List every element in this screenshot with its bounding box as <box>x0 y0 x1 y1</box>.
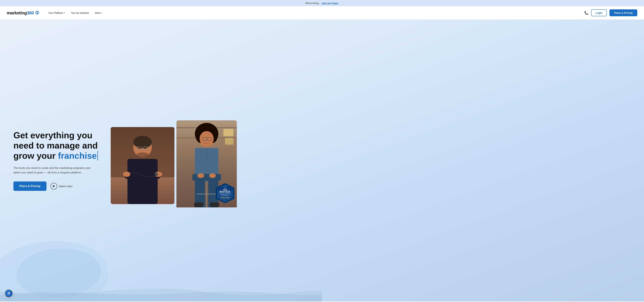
svg-point-34 <box>198 173 204 178</box>
wave-decoration <box>0 282 322 302</box>
nav-more[interactable]: More ▾ <box>92 10 105 15</box>
phone-icon[interactable]: 📞 <box>584 11 588 15</box>
play-circle-icon <box>50 183 57 189</box>
logo[interactable]: marketing360 ① <box>7 10 39 15</box>
accessibility-button[interactable]: ♿ <box>5 290 12 297</box>
hero-content: Get everything you need to manage and gr… <box>14 130 104 191</box>
badge-stars: ★★★★★ <box>220 196 230 199</box>
svg-point-35 <box>209 173 216 178</box>
tour-platform-chevron: ▾ <box>64 12 65 14</box>
svg-point-2 <box>133 136 152 149</box>
hiring-text: We're hiring. <box>306 2 319 4</box>
nav-tour-industry[interactable]: Tour by Industry <box>68 10 91 15</box>
nav-right: 📞 Login Plans & Pricing <box>584 9 637 16</box>
svg-rect-36 <box>194 202 203 207</box>
hero-section: Get everything you need to manage and gr… <box>0 19 644 302</box>
login-button[interactable]: Login <box>591 9 607 16</box>
more-chevron: ▾ <box>101 12 102 14</box>
badge-sub-text: Marketing Platform For Small Business <box>218 193 232 196</box>
svg-rect-18 <box>225 138 234 145</box>
svg-rect-3 <box>138 148 141 149</box>
svg-rect-31 <box>192 174 221 181</box>
hero-images: 360 TOP RATED Marketing Platform For Sma… <box>111 114 634 207</box>
svg-rect-9 <box>128 159 158 204</box>
play-triangle-icon <box>53 185 55 187</box>
hero-subtitle: The tools you need to scale and the mark… <box>14 166 94 175</box>
top-banner: We're hiring. Join our team. <box>0 0 644 6</box>
navbar: marketing360 ① Tour Platform ▾ Tour by I… <box>0 6 644 19</box>
man-silhouette <box>111 127 174 204</box>
hero-image-woman: 360 TOP RATED Marketing Platform For Sma… <box>176 120 237 207</box>
nav-links: Tour Platform ▾ Tour by Industry More ▾ <box>46 10 584 15</box>
hero-image-man <box>111 127 174 204</box>
accessibility-icon: ♿ <box>7 291 11 295</box>
logo-text: marketing360 ① <box>7 10 39 15</box>
svg-rect-13 <box>155 173 158 176</box>
join-team-link[interactable]: Join our team. <box>322 2 339 4</box>
hero-plans-pricing-button[interactable]: Plans & Pricing <box>14 181 46 191</box>
hero-highlight-word: franchise <box>58 151 98 160</box>
nav-tour-platform[interactable]: Tour Platform ▾ <box>46 10 67 15</box>
svg-rect-17 <box>224 129 234 136</box>
svg-rect-4 <box>144 148 147 149</box>
nav-plans-pricing-button[interactable]: Plans & Pricing <box>610 9 637 16</box>
hero-actions: Plans & Pricing Watch video <box>14 181 104 191</box>
top-rated-badge: 360 TOP RATED Marketing Platform For Sma… <box>214 182 237 206</box>
svg-point-11 <box>123 172 130 177</box>
badge-360-text: 360 <box>224 188 226 189</box>
hero-title: Get everything you need to manage and gr… <box>14 130 104 161</box>
badge-rated-text: RATED <box>220 190 230 193</box>
watch-video-button[interactable]: Watch video <box>50 183 72 189</box>
